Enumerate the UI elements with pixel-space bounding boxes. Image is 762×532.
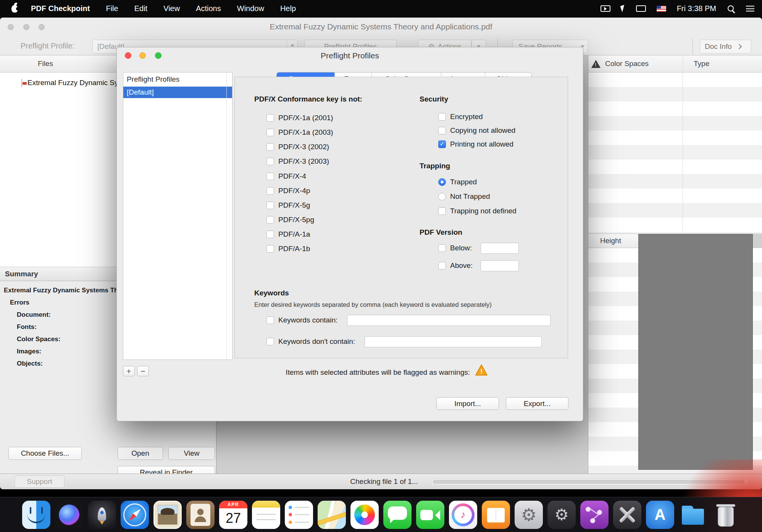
books-dock-icon[interactable] bbox=[482, 501, 510, 529]
facetime-dock-icon[interactable] bbox=[416, 501, 444, 529]
photos-dock-icon[interactable] bbox=[350, 501, 379, 529]
checkbox[interactable] bbox=[266, 316, 274, 324]
menubar-app-name[interactable]: PDF Checkpoint bbox=[31, 4, 90, 13]
summary-images: Images: bbox=[17, 348, 41, 355]
support-button[interactable]: Support bbox=[15, 476, 65, 488]
checkbox[interactable] bbox=[266, 216, 274, 224]
warning-triangle-icon bbox=[591, 60, 601, 68]
window-title: Extremal Fuzzy Dynamic Systems Theory an… bbox=[0, 22, 762, 31]
remove-profile-button[interactable]: − bbox=[137, 366, 149, 376]
keywords-heading: Keywords bbox=[254, 289, 289, 297]
warning-note: Items with selected attributes will be f… bbox=[237, 368, 470, 377]
color-spaces-column[interactable]: Color Spaces bbox=[605, 60, 649, 68]
import-button[interactable]: Import... bbox=[436, 397, 499, 410]
status-bar: Checking file 1 of 1... Support bbox=[0, 474, 762, 489]
menu-actions[interactable]: Actions bbox=[196, 4, 221, 13]
column-divider bbox=[683, 55, 683, 234]
calendar-dock-icon[interactable]: APR27 bbox=[219, 501, 247, 529]
keywords-caption: Enter desired keywords separated by comm… bbox=[254, 301, 492, 308]
preflight-profiles-dialog: Preflight Profiles Preflight Profiles [D… bbox=[116, 47, 583, 421]
itunes-dock-icon[interactable]: ♪ bbox=[449, 501, 477, 529]
export-button[interactable]: Export... bbox=[506, 397, 568, 410]
toolbar-separator bbox=[693, 38, 693, 54]
notification-center-icon[interactable] bbox=[746, 6, 754, 11]
checkbox[interactable] bbox=[266, 338, 274, 345]
dock: APR27 ♪ ⚙ ⚙ A bbox=[0, 497, 762, 532]
us-flag-icon[interactable] bbox=[657, 6, 666, 12]
trash-dock-icon[interactable] bbox=[712, 501, 740, 529]
checkbox[interactable] bbox=[438, 262, 446, 269]
checkbox[interactable] bbox=[266, 245, 274, 253]
list-scrollbar-track[interactable] bbox=[226, 73, 227, 360]
folder-dock-icon[interactable] bbox=[679, 501, 707, 529]
contacts-dock-icon[interactable] bbox=[186, 501, 215, 529]
checkbox[interactable] bbox=[266, 172, 274, 180]
app-store-dock-icon[interactable]: A bbox=[646, 501, 674, 529]
pdf-version-above-input[interactable] bbox=[481, 260, 519, 271]
checkbox[interactable] bbox=[266, 114, 274, 122]
checkbox[interactable] bbox=[266, 202, 274, 209]
menu-edit[interactable]: Edit bbox=[134, 4, 147, 13]
desktop: PDF Checkpoint File Edit View Actions Wi… bbox=[0, 0, 762, 532]
keywords-contain-input[interactable] bbox=[347, 315, 551, 326]
checkbox[interactable] bbox=[266, 143, 274, 151]
image-preview-pane bbox=[638, 234, 753, 470]
profiles-list-header: Preflight Profiles bbox=[123, 73, 232, 86]
pdf-checkpoint-dock-icon[interactable] bbox=[580, 501, 609, 529]
summary-document: Document: bbox=[17, 311, 51, 319]
tools-dock-icon[interactable] bbox=[613, 501, 641, 529]
type-column[interactable]: Type bbox=[694, 60, 709, 68]
pdf-version-below-input[interactable] bbox=[481, 243, 519, 254]
open-button[interactable]: Open bbox=[118, 447, 163, 460]
pointer-icon[interactable] bbox=[620, 5, 626, 13]
summary-color-spaces: Color Spaces: bbox=[17, 335, 60, 343]
checkbox[interactable] bbox=[266, 187, 274, 195]
menu-view[interactable]: View bbox=[163, 4, 180, 13]
checkbox[interactable] bbox=[438, 127, 446, 134]
summary-errors: Errors bbox=[10, 299, 29, 306]
maps-dock-icon[interactable] bbox=[318, 501, 346, 529]
display-mirroring-icon[interactable] bbox=[636, 5, 646, 12]
notes-dock-icon[interactable] bbox=[252, 501, 280, 529]
keywords-not-contain-input[interactable] bbox=[365, 336, 542, 347]
checkbox[interactable] bbox=[438, 140, 446, 148]
choose-files-button[interactable]: Choose Files... bbox=[8, 447, 82, 460]
checkbox[interactable] bbox=[266, 231, 274, 238]
messages-dock-icon[interactable] bbox=[383, 501, 412, 529]
radio-button[interactable] bbox=[438, 178, 446, 186]
checkbox[interactable] bbox=[438, 113, 446, 121]
safari-dock-icon[interactable] bbox=[121, 501, 149, 529]
menu-window[interactable]: Window bbox=[237, 4, 264, 13]
apple-menu-icon[interactable] bbox=[11, 5, 18, 13]
checkbox[interactable] bbox=[266, 158, 274, 165]
checkbox[interactable] bbox=[266, 129, 274, 136]
pdf-file-icon bbox=[21, 79, 22, 87]
dialog-title: Preflight Profiles bbox=[117, 51, 583, 60]
color-spaces-table bbox=[588, 73, 762, 234]
profile-list-item-default[interactable]: [Default] bbox=[123, 87, 232, 98]
profiles-list: Preflight Profiles [Default] bbox=[123, 72, 232, 360]
warning-triangle-icon: ! bbox=[475, 364, 488, 376]
launchpad-dock-icon[interactable] bbox=[88, 501, 116, 529]
chevron-right-icon bbox=[736, 44, 742, 49]
menubar-clock[interactable]: Fri 3:38 PM bbox=[677, 4, 716, 13]
utilities-dock-icon[interactable]: ⚙ bbox=[547, 501, 576, 529]
height-column[interactable]: Height bbox=[600, 237, 621, 245]
airplay-display-icon[interactable] bbox=[601, 5, 610, 12]
summary-fonts: Fonts: bbox=[17, 323, 37, 331]
reminders-dock-icon[interactable] bbox=[285, 501, 313, 529]
view-button[interactable]: View bbox=[168, 447, 215, 460]
radio-button[interactable] bbox=[438, 193, 446, 200]
checkbox[interactable] bbox=[438, 244, 446, 252]
mail-stamp-dock-icon[interactable] bbox=[153, 501, 182, 529]
svg-text:!: ! bbox=[480, 368, 483, 375]
spotlight-search-icon[interactable] bbox=[727, 5, 735, 13]
system-preferences-dock-icon[interactable]: ⚙ bbox=[515, 501, 543, 529]
siri-dock-icon[interactable] bbox=[55, 501, 83, 529]
add-profile-button[interactable]: + bbox=[123, 366, 135, 376]
finder-dock-icon[interactable] bbox=[22, 501, 50, 529]
menu-file[interactable]: File bbox=[106, 4, 118, 13]
checkbox[interactable] bbox=[438, 207, 446, 215]
doc-info-button[interactable]: Doc Info bbox=[700, 40, 751, 53]
menu-help[interactable]: Help bbox=[280, 4, 296, 13]
